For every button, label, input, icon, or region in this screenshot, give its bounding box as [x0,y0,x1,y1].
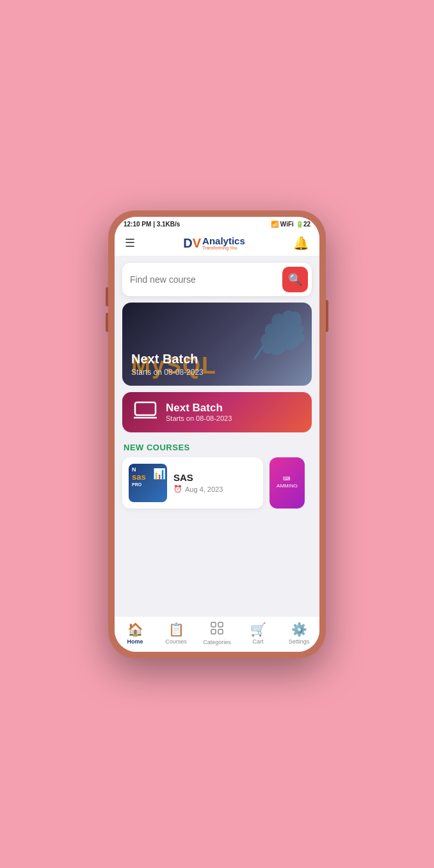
nav-home-label: Home [127,638,143,645]
clock-icon: ⏰ [173,485,182,493]
logo-tagline: Transforming You [202,246,245,250]
logo-dv: DV [183,237,201,249]
nav-courses[interactable]: 📋 Courses [160,622,192,645]
next-batch-button[interactable]: Next Batch Starts on 08-08-2023 [122,392,312,432]
status-bar: 12:10 PM | 3.1KB/s 📶 WiFi 🔋22 [115,217,319,230]
nav-home[interactable]: 🏠 Home [119,622,151,645]
svg-rect-0 [135,402,156,415]
settings-icon: ⚙️ [291,622,307,637]
volume-up-button[interactable] [106,287,108,306]
search-input[interactable] [130,274,282,285]
nav-cart-label: Cart [252,638,263,645]
power-button[interactable] [326,300,328,332]
courses-icon: 📋 [168,622,184,637]
battery-icon: 🔋22 [296,221,310,228]
course-thumbnail-sas: NsasPRO 📊 [129,464,167,502]
banner-title: Next Batch [131,351,204,367]
app-header: ☰ DV Analytics Transforming You 🔔 [115,230,319,256]
svg-rect-5 [211,629,216,634]
status-icons: 📶 WiFi 🔋22 [271,221,310,228]
next-batch-info: Next Batch Starts on 08-08-2023 [166,402,232,422]
course-card-sas[interactable]: NsasPRO 📊 SAS ⏰ Aug 4, 2023 [122,457,263,509]
volume-down-button[interactable] [106,313,108,332]
banner-subtitle: Starts on 08-08-2023 [131,368,204,377]
logo-analytics-text: Analytics Transforming You [202,236,245,250]
bottom-navigation: 🏠 Home 📋 Courses Categories [115,616,319,652]
nav-settings-label: Settings [289,638,310,645]
search-bar: 🔍 [122,263,312,296]
notification-bell-icon[interactable]: 🔔 [293,235,309,251]
wifi-icon: WiFi [280,221,294,228]
nav-cart[interactable]: 🛒 Cart [242,622,274,645]
next-batch-label: Next Batch [166,402,232,414]
search-button[interactable]: 🔍 [282,267,308,292]
status-time: 12:10 PM | 3.1KB/s [124,221,180,228]
svg-rect-3 [211,622,216,627]
nav-courses-label: Courses [165,638,187,645]
phone-frame: 12:10 PM | 3.1KB/s 📶 WiFi 🔋22 ☰ DV Analy… [108,210,326,658]
course-card-partial[interactable]: ⌨ AMMING [269,457,305,509]
cart-icon: 🛒 [250,622,266,637]
signal-icon: 📶 [271,221,278,228]
svg-rect-4 [218,622,223,627]
next-batch-date: Starts on 08-08-2023 [166,414,232,422]
banner-text: Next Batch Starts on 08-08-2023 [131,351,204,377]
laptop-icon [134,401,157,423]
menu-icon[interactable]: ☰ [125,236,135,250]
course-name-sas: SAS [173,472,257,483]
main-content: 🔍 Next Batch Starts on 08-08-2023 MySQL [115,256,319,616]
app-logo: DV Analytics Transforming You [183,236,245,250]
course-date-sas: ⏰ Aug 4, 2023 [173,485,257,493]
new-courses-heading: NEW COURSES [115,439,319,457]
svg-rect-6 [218,629,223,634]
banner-card[interactable]: Next Batch Starts on 08-08-2023 MySQL [122,303,312,386]
categories-icon [211,622,223,638]
logo-brand-name: Analytics [202,236,245,246]
search-icon: 🔍 [288,272,302,287]
phone-screen: 12:10 PM | 3.1KB/s 📶 WiFi 🔋22 ☰ DV Analy… [115,217,319,652]
home-icon: 🏠 [127,622,143,637]
course-info-sas: SAS ⏰ Aug 4, 2023 [173,472,257,493]
nav-categories[interactable]: Categories [201,622,233,645]
nav-settings[interactable]: ⚙️ Settings [283,622,315,645]
nav-categories-label: Categories [203,639,231,645]
courses-list: NsasPRO 📊 SAS ⏰ Aug 4, 2023 [115,457,319,515]
